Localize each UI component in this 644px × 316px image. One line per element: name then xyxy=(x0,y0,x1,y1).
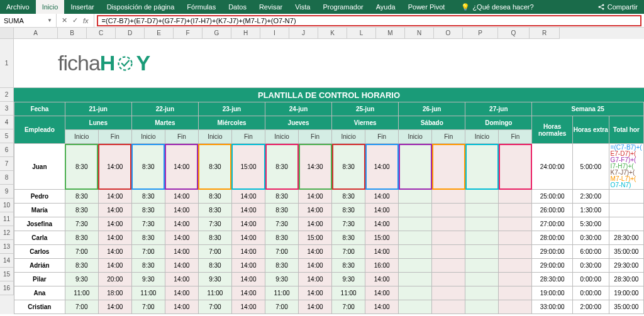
cell-fin[interactable]: 14:00 xyxy=(365,217,399,231)
cell-total[interactable]: 19:00:00 xyxy=(609,286,643,300)
col-header[interactable]: Q xyxy=(498,28,530,39)
cell-fin[interactable]: 14:00 xyxy=(98,144,131,190)
col-header[interactable]: M xyxy=(376,28,405,39)
header-fin[interactable]: Fin xyxy=(98,130,131,144)
row-header[interactable]: 3 xyxy=(0,102,14,116)
ribbon-tab-disposicion[interactable]: Disposición de página xyxy=(101,0,181,14)
header-horas-normales[interactable]: Horas normales xyxy=(532,116,573,144)
cell-inicio[interactable] xyxy=(465,217,499,231)
cell-fin[interactable]: 14:00 xyxy=(299,245,332,259)
cell-employee[interactable]: Pedro xyxy=(14,190,65,204)
cell-employee[interactable]: Ana xyxy=(14,286,65,300)
cell-inicio[interactable] xyxy=(465,231,499,245)
ribbon-tab-vista[interactable]: Vista xyxy=(289,0,316,14)
cell-inicio[interactable]: 8:30 xyxy=(332,231,365,245)
cell-fin[interactable]: 14:00 xyxy=(365,300,399,314)
cell-fin[interactable]: 14:00 xyxy=(231,259,265,273)
cell-fin[interactable] xyxy=(499,231,532,245)
cell-hn[interactable]: 25:00:00 xyxy=(532,190,573,204)
header-fin[interactable]: Fin xyxy=(299,130,332,144)
cell-hn[interactable]: 26:00:00 xyxy=(532,204,573,217)
cell-fin[interactable] xyxy=(432,259,465,273)
ribbon-tab-archivo[interactable]: Archivo xyxy=(0,0,36,14)
cell-inicio[interactable]: 7:00 xyxy=(131,245,165,259)
cell-inicio[interactable]: 8:30 xyxy=(265,259,299,273)
cell-inicio[interactable] xyxy=(465,144,499,190)
cell-inicio[interactable]: 7:30 xyxy=(332,217,365,231)
cell-inicio[interactable]: 8:30 xyxy=(265,190,299,204)
cell-fin[interactable]: 14:00 xyxy=(299,300,332,314)
cell-fin[interactable] xyxy=(499,204,532,217)
header-date[interactable]: 24-jun xyxy=(265,102,332,116)
cell-fin[interactable] xyxy=(432,144,465,190)
cell-inicio[interactable]: 11:00 xyxy=(198,286,231,300)
cell-inicio[interactable] xyxy=(399,259,432,273)
row-header[interactable]: 12 xyxy=(0,226,14,240)
cell-hn[interactable]: 27:00:00 xyxy=(532,217,573,231)
ribbon-tab-inicio[interactable]: Inicio xyxy=(36,0,65,14)
header-fecha[interactable]: Fecha xyxy=(14,102,65,116)
cell-employee[interactable]: Pilar xyxy=(14,273,65,286)
name-box[interactable]: SUMA ▼ xyxy=(0,14,57,27)
cell-hn[interactable]: 29:00:00 xyxy=(532,259,573,273)
header-day[interactable]: Sábado xyxy=(399,116,465,130)
cell-employee[interactable]: María xyxy=(14,204,65,217)
cell-fin[interactable]: 14:00 xyxy=(299,204,332,217)
cell-fin[interactable]: 14:00 xyxy=(98,217,131,231)
cell-fin[interactable] xyxy=(499,259,532,273)
cell-fin[interactable] xyxy=(432,231,465,245)
cell-fin[interactable] xyxy=(432,300,465,314)
cell-total[interactable]: =(C7-B7)+(E7-D7)+(G7-F7)+(I7-H7)+(K7-J7)… xyxy=(609,144,643,190)
cell-fin[interactable] xyxy=(499,286,532,300)
cell-inicio[interactable]: 8:30 xyxy=(265,231,299,245)
header-day[interactable]: Viernes xyxy=(332,116,399,130)
cell-inicio[interactable] xyxy=(465,245,499,259)
ribbon-tab-datos[interactable]: Datos xyxy=(222,0,253,14)
cell-he[interactable]: 0:00:00 xyxy=(572,286,609,300)
cell-inicio[interactable]: 8:30 xyxy=(332,259,365,273)
cell-fin[interactable]: 14:00 xyxy=(231,300,265,314)
cell-he[interactable]: 0:30:00 xyxy=(572,231,609,245)
cell-fin[interactable]: 20:00 xyxy=(98,273,131,286)
cell-total[interactable]: 35:00:00 xyxy=(609,300,643,314)
cell-fin[interactable] xyxy=(432,204,465,217)
cell-fin[interactable]: 14:00 xyxy=(165,231,198,245)
cell-fin[interactable]: 14:00 xyxy=(98,231,131,245)
cell-inicio[interactable]: 8:30 xyxy=(332,204,365,217)
cell-fin[interactable]: 14:30 xyxy=(299,144,332,190)
row-header[interactable]: 2 xyxy=(0,88,14,102)
header-inicio[interactable]: Inicio xyxy=(131,130,165,144)
cell-hn[interactable]: 33:00:00 xyxy=(532,300,573,314)
cell-total[interactable]: 35:00:00 xyxy=(609,245,643,259)
cell-inicio[interactable]: 9:30 xyxy=(332,273,365,286)
cell-fin[interactable]: 14:00 xyxy=(299,286,332,300)
cell-fin[interactable]: 14:00 xyxy=(165,245,198,259)
cell-total[interactable]: 28:30:00 xyxy=(609,231,643,245)
cell-fin[interactable] xyxy=(499,217,532,231)
row-header[interactable]: 14 xyxy=(0,254,14,268)
header-date[interactable]: 23-jun xyxy=(198,102,265,116)
cell-inicio[interactable] xyxy=(399,144,432,190)
cell-hn[interactable]: 28:30:00 xyxy=(532,273,573,286)
col-header[interactable]: J xyxy=(289,28,318,39)
cell-inicio[interactable]: 8:30 xyxy=(65,144,98,190)
cell-employee[interactable]: Josefina xyxy=(14,217,65,231)
cell-employee[interactable]: Juan xyxy=(14,144,65,190)
col-header[interactable]: L xyxy=(347,28,376,39)
row-header[interactable]: 10 xyxy=(0,199,14,212)
accept-icon[interactable]: ✓ xyxy=(72,16,78,25)
cell-employee[interactable]: Adrián xyxy=(14,259,65,273)
cell-inicio[interactable]: 7:00 xyxy=(265,300,299,314)
cell-inicio[interactable]: 9:30 xyxy=(198,273,231,286)
cell-inicio[interactable]: 9:30 xyxy=(265,273,299,286)
cell-he[interactable]: 6:00:00 xyxy=(572,245,609,259)
cell-total[interactable] xyxy=(609,204,643,217)
cell-fin[interactable]: 14:00 xyxy=(165,217,198,231)
cell-fin[interactable]: 14:00 xyxy=(165,190,198,204)
cell-fin[interactable]: 14:00 xyxy=(231,273,265,286)
cell-fin[interactable]: 14:00 xyxy=(98,300,131,314)
cell-inicio[interactable]: 7:00 xyxy=(65,300,98,314)
cell-inicio[interactable]: 7:00 xyxy=(131,300,165,314)
cell-inicio[interactable]: 9:30 xyxy=(131,273,165,286)
cell-inicio[interactable]: 7:00 xyxy=(65,245,98,259)
